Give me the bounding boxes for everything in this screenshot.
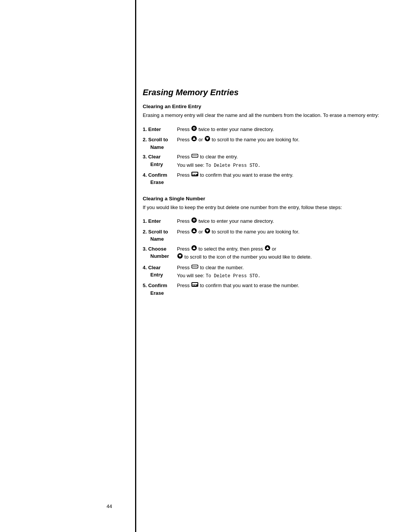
step4-label-erase: Erase xyxy=(143,179,164,185)
s2-step2-number: 2. xyxy=(143,229,148,235)
s2-step1-number: 1. xyxy=(143,218,148,224)
s2-step4-number: 4. xyxy=(143,265,148,270)
confirm-icon xyxy=(191,171,199,179)
page: Erasing Memory Entries Clearing an Entir… xyxy=(0,0,411,532)
step2-label-name: Name xyxy=(143,144,164,150)
s2-step-3-choose-number: 3. Choose Number Press to select the ent… xyxy=(143,244,381,263)
s2-step5-label: 5. Confirm Erase xyxy=(143,281,177,298)
svg-point-19 xyxy=(193,220,194,221)
step1-desc: Press twice to enter your name directory… xyxy=(177,125,381,135)
scroll-up-icon xyxy=(191,136,197,144)
clear-icon xyxy=(191,153,199,161)
enter-icon xyxy=(191,125,197,134)
step3-label: 3. Clear Entry xyxy=(143,152,177,170)
svg-point-9 xyxy=(193,155,193,156)
step2-label-text: Scroll to xyxy=(148,137,168,142)
s2-step1-label-text: Enter xyxy=(148,218,161,224)
svg-rect-15 xyxy=(192,174,194,175)
s2-step2-label-text: Scroll to xyxy=(148,229,168,235)
section1-title: Clearing an Entire Entry xyxy=(143,104,381,109)
scroll-down-icon xyxy=(204,136,210,144)
section2-title: Clearing a Single Number xyxy=(143,196,381,201)
step3-desc: Press to clear the entry. xyxy=(177,152,381,170)
s2-step4-desc: Press to clear the number. xyxy=(177,263,381,281)
step1-number: 1. xyxy=(143,126,148,132)
step3-label-entry: Entry xyxy=(143,161,163,167)
main-content: Erasing Memory Entries Clearing an Entir… xyxy=(143,0,381,332)
svg-point-10 xyxy=(194,155,194,156)
section-clearing-entire-entry: Clearing an Entire Entry Erasing a memor… xyxy=(143,104,381,187)
svg-rect-16 xyxy=(194,174,196,175)
s2-step3-label-text: Choose xyxy=(148,246,166,252)
s2-step1-desc: Press twice to enter your name directory… xyxy=(177,216,381,227)
svg-rect-14 xyxy=(192,173,198,174)
s2-enter-icon xyxy=(191,217,197,225)
svg-point-35 xyxy=(196,266,197,267)
page-title: Erasing Memory Entries xyxy=(143,88,381,97)
s2-choose-scroll-down-icon xyxy=(177,253,183,261)
svg-rect-38 xyxy=(192,285,194,286)
s2-step2-desc: Press or xyxy=(177,227,381,244)
svg-rect-39 xyxy=(194,285,196,286)
svg-point-32 xyxy=(193,266,193,267)
page-number: 44 xyxy=(107,503,112,509)
s2-step5-desc: Press to confirm that you want to erase … xyxy=(177,281,381,298)
svg-point-34 xyxy=(195,266,196,267)
step1-label-text: Enter xyxy=(148,126,161,132)
s2-confirm-icon xyxy=(191,281,199,290)
s2-step1-label: 1. Enter xyxy=(143,216,177,227)
s2-step4-monospace: To Delete Press STO. xyxy=(206,273,260,279)
step3-number: 3. xyxy=(143,154,148,160)
s2-step3-number: 3. xyxy=(143,246,148,252)
step4-label: 4. Confirm Erase xyxy=(143,170,177,187)
section1-intro: Erasing a memory entry will clear the na… xyxy=(143,112,381,119)
s2-step4-label-entry: Entry xyxy=(143,272,163,278)
svg-rect-37 xyxy=(192,283,198,284)
section1-steps-table: 1. Enter Press twice to enter your name … xyxy=(143,125,381,187)
step3-label-text: Clear xyxy=(148,154,161,160)
svg-point-11 xyxy=(195,155,196,156)
step4-number: 4. xyxy=(143,172,148,178)
s2-choose-scroll-up-icon xyxy=(264,245,271,253)
step-2-scroll-name: 2. Scroll to Name Press or xyxy=(143,135,381,152)
s2-step-4-clear-entry: 4. Clear Entry Press xyxy=(143,263,381,281)
s2-step5-label-erase: Erase xyxy=(143,290,164,296)
step4-desc: Press to confirm that you want to erase … xyxy=(177,170,381,187)
s2-step4-label: 4. Clear Entry xyxy=(143,263,177,281)
s2-step3-label-number: Number xyxy=(143,253,169,259)
svg-point-12 xyxy=(196,155,197,156)
s2-scroll-up-icon xyxy=(191,228,197,236)
svg-point-2 xyxy=(193,128,194,129)
section2-intro: If you would like to keep the entry but … xyxy=(143,204,381,211)
section2-steps-table: 1. Enter Press twice to enter your name … xyxy=(143,216,381,298)
s2-scroll-down-icon xyxy=(204,228,210,236)
s2-step5-number: 5. xyxy=(143,283,148,288)
s2-step-5-confirm-erase: 5. Confirm Erase Press xyxy=(143,281,381,298)
step-4-confirm-erase: 4. Confirm Erase Press xyxy=(143,170,381,187)
s2-step2-label-name: Name xyxy=(143,236,164,242)
s2-step4-label-text: Clear xyxy=(148,265,161,270)
s2-step5-label-text: Confirm xyxy=(148,283,167,288)
left-border-decoration xyxy=(135,0,136,532)
step3-monospace: To Delete Press STO. xyxy=(206,163,260,168)
step4-label-text: Confirm xyxy=(148,172,167,178)
step2-number: 2. xyxy=(143,137,148,142)
s2-step-1-enter: 1. Enter Press twice to enter your name … xyxy=(143,216,381,227)
step-1-enter: 1. Enter Press twice to enter your name … xyxy=(143,125,381,135)
s2-step3-desc: Press to select the entry, then press xyxy=(177,244,381,263)
s2-step2-label: 2. Scroll to Name xyxy=(143,227,177,244)
s2-choose-select-icon xyxy=(191,245,197,253)
svg-point-33 xyxy=(194,266,194,267)
step2-desc: Press or xyxy=(177,135,381,152)
s2-step-2-scroll-name: 2. Scroll to Name Press or xyxy=(143,227,381,244)
section-clearing-single-number: Clearing a Single Number If you would li… xyxy=(143,196,381,298)
step2-label: 2. Scroll to Name xyxy=(143,135,177,152)
s2-clear-icon xyxy=(191,264,199,272)
step-3-clear-entry: 3. Clear Entry Press xyxy=(143,152,381,170)
s2-step3-label: 3. Choose Number xyxy=(143,244,177,263)
step1-label: 1. Enter xyxy=(143,125,177,135)
